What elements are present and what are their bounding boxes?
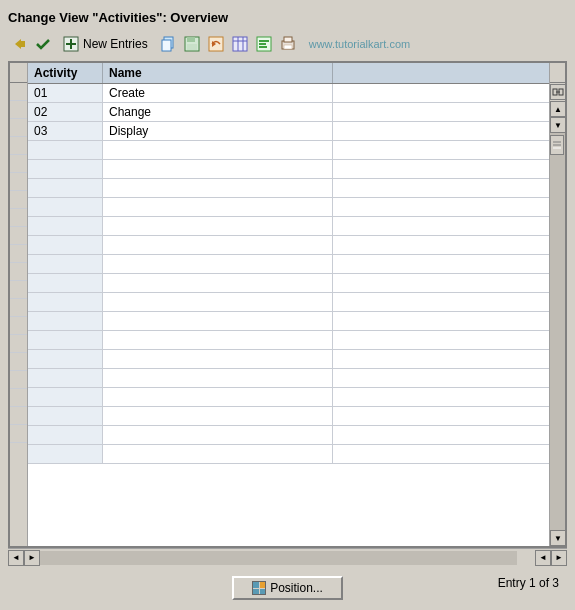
row-indicator	[10, 389, 27, 407]
cell-name[interactable]: Display	[103, 122, 333, 140]
undo-icon[interactable]	[205, 33, 227, 55]
cell-name[interactable]	[103, 350, 333, 368]
cell-activity[interactable]	[28, 369, 103, 387]
table-row[interactable]	[28, 293, 549, 312]
table-row[interactable]	[28, 179, 549, 198]
row-indicator	[10, 137, 27, 155]
table-body: 01Create02Change03Display	[28, 84, 549, 546]
h-scroll-track[interactable]	[40, 551, 517, 565]
cell-activity[interactable]	[28, 141, 103, 159]
cell-name[interactable]	[103, 160, 333, 178]
cell-activity[interactable]	[28, 217, 103, 235]
table-row[interactable]	[28, 198, 549, 217]
row-indicator	[10, 83, 27, 101]
cell-activity[interactable]	[28, 160, 103, 178]
copy-icon[interactable]	[157, 33, 179, 55]
scroll-down-button[interactable]: ▼	[550, 530, 566, 546]
table-row[interactable]	[28, 388, 549, 407]
row-indicator	[10, 281, 27, 299]
cell-name[interactable]	[103, 331, 333, 349]
row-indicator	[10, 425, 27, 443]
cell-activity[interactable]	[28, 179, 103, 197]
svg-rect-17	[259, 43, 266, 45]
cell-activity[interactable]	[28, 350, 103, 368]
back-icon[interactable]	[8, 33, 30, 55]
cell-activity[interactable]	[28, 331, 103, 349]
cell-activity[interactable]	[28, 198, 103, 216]
h-scroll-right-left[interactable]: ◄	[535, 550, 551, 566]
table-row[interactable]	[28, 141, 549, 160]
cell-name[interactable]	[103, 198, 333, 216]
cell-name[interactable]	[103, 407, 333, 425]
check-icon[interactable]	[32, 33, 54, 55]
column-resize-icon[interactable]	[550, 84, 566, 100]
horizontal-scrollbar: ◄ ► ◄ ►	[8, 548, 567, 566]
cell-activity[interactable]	[28, 293, 103, 311]
scroll-left-button[interactable]: ◄	[8, 550, 24, 566]
row-indicator	[10, 317, 27, 335]
main-window: Change View "Activities": Overview New E…	[0, 0, 575, 610]
cell-activity[interactable]	[28, 426, 103, 444]
cell-activity[interactable]	[28, 312, 103, 330]
table-row[interactable]: 01Create	[28, 84, 549, 103]
cell-activity[interactable]	[28, 255, 103, 273]
cell-activity[interactable]	[28, 236, 103, 254]
table-icon[interactable]	[229, 33, 251, 55]
cell-activity[interactable]	[28, 274, 103, 292]
table-row[interactable]	[28, 369, 549, 388]
svg-rect-16	[259, 40, 269, 42]
cell-name[interactable]	[103, 369, 333, 387]
table-row[interactable]	[28, 274, 549, 293]
table-row[interactable]	[28, 331, 549, 350]
scroll-track[interactable]	[550, 133, 565, 530]
scroll-thumb[interactable]	[550, 135, 564, 155]
table-row[interactable]	[28, 160, 549, 179]
cell-name[interactable]	[103, 445, 333, 463]
table-row[interactable]	[28, 255, 549, 274]
table-row[interactable]: 03Display	[28, 122, 549, 141]
table-row[interactable]	[28, 312, 549, 331]
scroll-up-button[interactable]: ▲	[550, 101, 566, 117]
cell-name[interactable]	[103, 312, 333, 330]
cell-activity[interactable]	[28, 445, 103, 463]
layout-icon[interactable]	[253, 33, 275, 55]
cell-name[interactable]	[103, 236, 333, 254]
cell-activity[interactable]: 02	[28, 103, 103, 121]
table-row[interactable]	[28, 407, 549, 426]
cell-name[interactable]	[103, 141, 333, 159]
print-icon[interactable]	[277, 33, 299, 55]
row-indicator	[10, 263, 27, 281]
cell-activity[interactable]: 03	[28, 122, 103, 140]
h-scroll-right-right[interactable]: ►	[551, 550, 567, 566]
cell-name[interactable]: Change	[103, 103, 333, 121]
table-row[interactable]: 02Change	[28, 103, 549, 122]
cell-activity[interactable]	[28, 388, 103, 406]
table-row[interactable]	[28, 445, 549, 464]
col-header-name: Name	[103, 63, 333, 83]
toolbar: New Entries	[6, 31, 569, 59]
table-row[interactable]	[28, 350, 549, 369]
cell-name[interactable]	[103, 274, 333, 292]
cell-name[interactable]	[103, 426, 333, 444]
save-icon[interactable]	[181, 33, 203, 55]
table-container: Activity Name 01Create02Change03Display …	[8, 61, 567, 548]
table-header: Activity Name	[28, 63, 549, 84]
cell-name[interactable]	[103, 293, 333, 311]
table-row[interactable]	[28, 217, 549, 236]
table-row[interactable]	[28, 236, 549, 255]
cell-name[interactable]	[103, 255, 333, 273]
cell-activity[interactable]: 01	[28, 84, 103, 102]
new-entries-button[interactable]: New Entries	[56, 33, 155, 55]
vertical-scrollbar[interactable]: ▲ ▼ ▼	[549, 63, 565, 546]
cell-name[interactable]: Create	[103, 84, 333, 102]
cell-name[interactable]	[103, 388, 333, 406]
bottom-area: Position... Entry 1 of 3	[6, 568, 569, 604]
cell-activity[interactable]	[28, 407, 103, 425]
scroll-down-button-top[interactable]: ▼	[550, 117, 566, 133]
cell-name[interactable]	[103, 179, 333, 197]
position-button[interactable]: Position...	[232, 576, 343, 600]
table-row[interactable]	[28, 426, 549, 445]
new-entries-icon	[63, 36, 79, 52]
scroll-right-button[interactable]: ►	[24, 550, 40, 566]
cell-name[interactable]	[103, 217, 333, 235]
